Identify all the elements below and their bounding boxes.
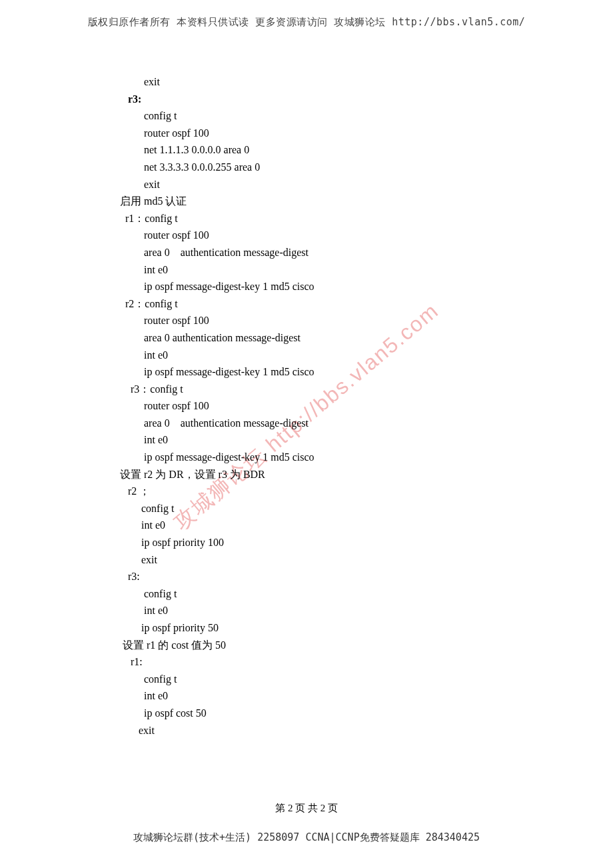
code-line: config t bbox=[120, 585, 546, 603]
code-line: router ospf 100 bbox=[120, 312, 546, 329]
code-line: ip ospf priority 50 bbox=[120, 619, 546, 637]
code-line: int e0 bbox=[120, 602, 546, 619]
label-r2: r2：config t bbox=[120, 295, 546, 313]
section-dr-bdr: 设置 r2 为 DR，设置 r3 为 BDR bbox=[120, 466, 546, 483]
code-line: exit bbox=[120, 73, 546, 91]
code-line: int e0 bbox=[120, 431, 546, 449]
page-footer: 攻城狮论坛群(技术+生活) 2258097 CCNA|CCNP免费答疑题库 28… bbox=[0, 831, 613, 844]
page-header: 版权归原作者所有 本资料只供试读 更多资源请访问 攻城狮论坛 http://bb… bbox=[0, 0, 613, 29]
code-line: net 1.1.1.3 0.0.0.0 area 0 bbox=[120, 141, 546, 159]
code-line: router ospf 100 bbox=[120, 125, 546, 142]
code-line: ip ospf priority 100 bbox=[120, 534, 546, 551]
code-line: ip ospf message-digest-key 1 md5 cisco bbox=[120, 449, 546, 466]
label-r2: r2 ； bbox=[120, 483, 546, 500]
code-line: router ospf 100 bbox=[120, 227, 546, 244]
label-r3: r3: bbox=[120, 568, 546, 585]
code-line: config t bbox=[120, 671, 546, 688]
section-md5: 启用 md5 认证 bbox=[120, 193, 546, 210]
section-cost: 设置 r1 的 cost 值为 50 bbox=[120, 637, 546, 654]
code-line: exit bbox=[120, 176, 546, 193]
code-line: router ospf 100 bbox=[120, 397, 546, 415]
code-line: config t bbox=[120, 107, 546, 125]
code-line: config t bbox=[120, 500, 546, 517]
label-r1: r1: bbox=[120, 653, 546, 671]
code-line: ip ospf message-digest-key 1 md5 cisco bbox=[120, 278, 546, 295]
code-line: area 0 authentication message-digest bbox=[120, 329, 546, 347]
code-line: exit bbox=[120, 722, 546, 739]
code-line: area 0 authentication message-digest bbox=[120, 244, 546, 261]
code-line: area 0 authentication message-digest bbox=[120, 415, 546, 432]
label-r3: r3: bbox=[120, 91, 546, 108]
page-number: 第 2 页 共 2 页 bbox=[0, 802, 613, 815]
code-line: ip ospf message-digest-key 1 md5 cisco bbox=[120, 363, 546, 381]
label-r1: r1：config t bbox=[120, 210, 546, 227]
code-line: ip ospf cost 50 bbox=[120, 705, 546, 722]
code-line: int e0 bbox=[120, 517, 546, 534]
code-line: net 3.3.3.3 0.0.0.255 area 0 bbox=[120, 159, 546, 176]
code-line: exit bbox=[120, 551, 546, 569]
label-r3: r3：config t bbox=[120, 381, 546, 398]
document-body: exit r3: config t router ospf 100 net 1.… bbox=[120, 73, 546, 739]
code-line: int e0 bbox=[120, 687, 546, 705]
code-line: int e0 bbox=[120, 261, 546, 279]
code-line: int e0 bbox=[120, 347, 546, 364]
